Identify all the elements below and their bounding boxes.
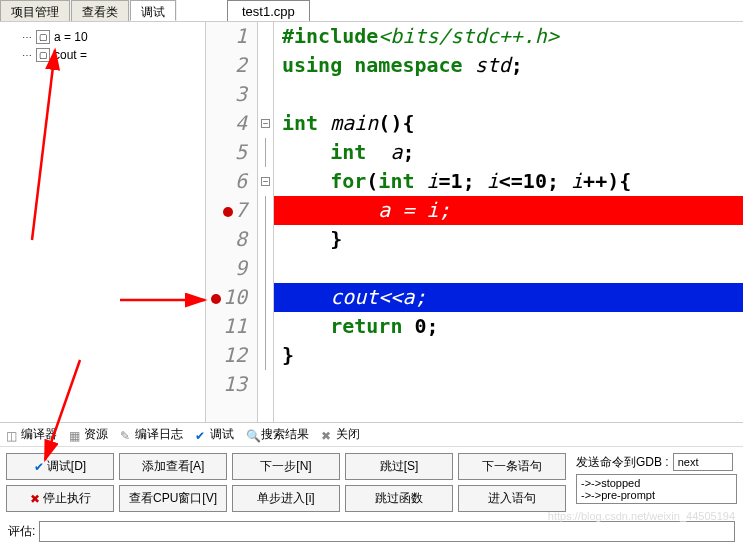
- code-body[interactable]: #include<bits/stdc++.h>using namespace s…: [274, 22, 743, 422]
- button-grid: ✔调试[D]添加查看[A]下一步[N]跳过[S]下一条语句✖停止执行查看CPU窗…: [6, 453, 566, 512]
- btn-label: 下一步[N]: [260, 458, 311, 475]
- bottom-tab-debug[interactable]: ✔调试: [195, 426, 234, 443]
- btn-label: 停止执行: [43, 490, 91, 507]
- top-bar: 项目管理查看类调试 test1.cpp: [0, 0, 743, 22]
- fold-cell: [258, 138, 273, 167]
- line-number: 5: [206, 138, 247, 167]
- code-line-5[interactable]: int a;: [274, 138, 743, 167]
- gdb-log: ->->stopped->->pre-prompt: [576, 474, 737, 504]
- tree-dot-icon: ⋯: [22, 50, 32, 61]
- code-line-12[interactable]: }: [274, 341, 743, 370]
- code-line-9[interactable]: [274, 254, 743, 283]
- debug-btn-8[interactable]: 跳过函数: [345, 485, 453, 512]
- stop-icon: ✖: [30, 492, 40, 506]
- fold-cell: [258, 283, 273, 312]
- line-number: 6: [206, 167, 247, 196]
- fold-cell[interactable]: −: [258, 109, 273, 138]
- left-tabs: 项目管理查看类调试: [0, 0, 177, 21]
- btn-label: 下一条语句: [482, 458, 542, 475]
- close-icon: ✖: [321, 429, 333, 441]
- code-line-1[interactable]: #include<bits/stdc++.h>: [274, 22, 743, 51]
- bottom-tab-label: 编译器: [21, 426, 57, 443]
- line-number: 2: [206, 51, 247, 80]
- debug-btn-1[interactable]: 添加查看[A]: [119, 453, 227, 480]
- line-number: 1: [206, 22, 247, 51]
- bottom-tab-label: 调试: [210, 426, 234, 443]
- line-number: 11: [206, 312, 247, 341]
- code-line-7[interactable]: a = i;: [274, 196, 743, 225]
- left-tab-2[interactable]: 调试: [130, 0, 176, 21]
- line-number: 4: [206, 109, 247, 138]
- code-line-11[interactable]: return 0;: [274, 312, 743, 341]
- btn-label: 单步进入[i]: [257, 490, 314, 507]
- watch-item-1[interactable]: ⋯▢cout =: [4, 46, 201, 64]
- fold-cell: [258, 254, 273, 283]
- code-line-4[interactable]: int main(){: [274, 109, 743, 138]
- fold-column: −−: [258, 22, 274, 422]
- code-line-2[interactable]: using namespace std;: [274, 51, 743, 80]
- bottom-tab-label: 编译日志: [135, 426, 183, 443]
- btn-label: 调试[D]: [47, 458, 86, 475]
- code-line-6[interactable]: for(int i=1; i<=10; i++){: [274, 167, 743, 196]
- fold-cell: [258, 370, 273, 399]
- code-line-3[interactable]: [274, 80, 743, 109]
- watch-panel: ⋯▢a = 10⋯▢cout =: [0, 22, 206, 422]
- bottom-tab-label: 资源: [84, 426, 108, 443]
- gdb-send-label: 发送命令到GDB :: [576, 454, 669, 471]
- watch-item-0[interactable]: ⋯▢a = 10: [4, 28, 201, 46]
- breakpoint-icon[interactable]: [211, 294, 221, 304]
- line-number: 8: [206, 225, 247, 254]
- line-number: 3: [206, 80, 247, 109]
- gdb-log-line: ->->stopped: [581, 477, 732, 489]
- compiler-icon: ◫: [6, 429, 18, 441]
- debug-btn-4[interactable]: 下一条语句: [458, 453, 566, 480]
- watch-text: a = 10: [54, 30, 88, 44]
- debug-btn-5[interactable]: ✖停止执行: [6, 485, 114, 512]
- debug-btn-9[interactable]: 进入语句: [458, 485, 566, 512]
- line-number: 7: [206, 196, 247, 225]
- debug-btn-0[interactable]: ✔调试[D]: [6, 453, 114, 480]
- search-icon: 🔍: [246, 429, 258, 441]
- btn-label: 添加查看[A]: [142, 458, 205, 475]
- line-number: 13: [206, 370, 247, 399]
- bottom-tab-close[interactable]: ✖关闭: [321, 426, 360, 443]
- eval-label: 评估:: [8, 523, 35, 540]
- main-area: ⋯▢a = 10⋯▢cout = 12345678910111213 −− #i…: [0, 22, 743, 422]
- bottom-tab-resource[interactable]: ▦资源: [69, 426, 108, 443]
- fold-cell: [258, 22, 273, 51]
- gdb-log-line: ->->pre-prompt: [581, 489, 732, 501]
- left-tab-1[interactable]: 查看类: [71, 0, 129, 21]
- bottom-tab-log[interactable]: ✎编译日志: [120, 426, 183, 443]
- line-number: 10: [206, 283, 247, 312]
- gdb-command-input[interactable]: [673, 453, 733, 471]
- debug-btn-7[interactable]: 单步进入[i]: [232, 485, 340, 512]
- debug-icon: ✔: [195, 429, 207, 441]
- left-tab-0[interactable]: 项目管理: [0, 0, 70, 21]
- file-tabs: test1.cpp: [227, 0, 310, 21]
- file-tab[interactable]: test1.cpp: [227, 0, 310, 21]
- eval-row: 评估:: [0, 518, 743, 545]
- code-line-8[interactable]: }: [274, 225, 743, 254]
- code-line-13[interactable]: [274, 370, 743, 399]
- bottom-tab-search[interactable]: 🔍搜索结果: [246, 426, 309, 443]
- debug-btn-3[interactable]: 跳过[S]: [345, 453, 453, 480]
- watermark: https://blog.csdn.net/weixin_44505194: [548, 510, 735, 522]
- breakpoint-icon[interactable]: [223, 207, 233, 217]
- code-line-10[interactable]: cout<<a;: [274, 283, 743, 312]
- log-icon: ✎: [120, 429, 132, 441]
- fold-cell: [258, 51, 273, 80]
- code-editor[interactable]: 12345678910111213 −− #include<bits/stdc+…: [206, 22, 743, 422]
- bottom-tab-label: 搜索结果: [261, 426, 309, 443]
- watch-icon: ▢: [36, 48, 50, 62]
- tree-dot-icon: ⋯: [22, 32, 32, 43]
- debug-btn-6[interactable]: 查看CPU窗口[V]: [119, 485, 227, 512]
- fold-cell[interactable]: −: [258, 167, 273, 196]
- fold-cell: [258, 341, 273, 370]
- btn-label: 查看CPU窗口[V]: [129, 490, 217, 507]
- line-gutter: 12345678910111213: [206, 22, 258, 422]
- debug-btn-2[interactable]: 下一步[N]: [232, 453, 340, 480]
- bottom-tab-compiler[interactable]: ◫编译器: [6, 426, 57, 443]
- eval-input[interactable]: [39, 521, 735, 542]
- watch-icon: ▢: [36, 30, 50, 44]
- bottom-tab-label: 关闭: [336, 426, 360, 443]
